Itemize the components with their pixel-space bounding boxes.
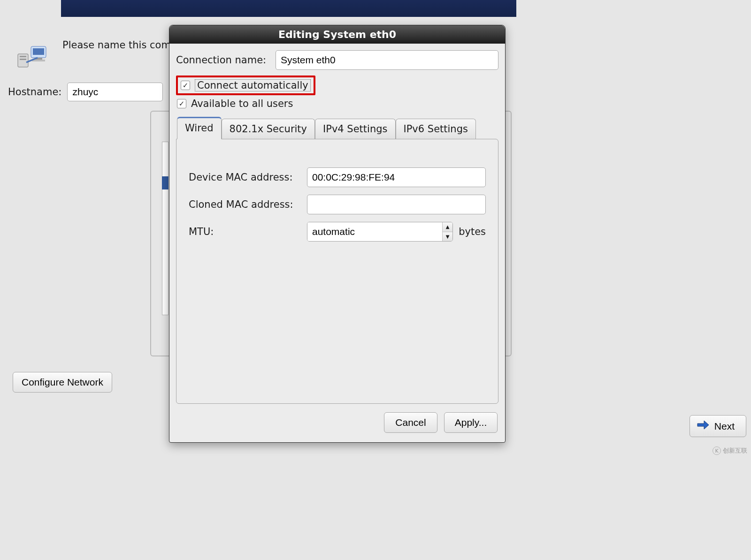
connection-name-input[interactable]: [276, 50, 498, 70]
tab-ipv6-settings[interactable]: IPv6 Settings: [396, 119, 476, 139]
dialog-tabs: Wired 802.1x Security IPv4 Settings IPv6…: [176, 117, 498, 139]
svg-rect-1: [20, 56, 26, 57]
hostname-label: Hostname:: [8, 86, 61, 98]
watermark-text: 创新互联: [723, 446, 747, 455]
hostname-input[interactable]: [67, 83, 163, 101]
tabpage-wired: Device MAC address: Cloned MAC address: …: [176, 139, 498, 404]
edit-connection-dialog: Editing System eth0 Connection name: Con…: [169, 25, 506, 443]
mtu-input[interactable]: [307, 222, 442, 241]
hostname-row: Hostname:: [8, 83, 163, 101]
configure-network-button[interactable]: Configure Network: [13, 372, 112, 393]
tab-wired[interactable]: Wired: [177, 117, 222, 139]
tab-ipv4-settings[interactable]: IPv4 Settings: [315, 119, 395, 139]
mtu-label: MTU:: [189, 226, 300, 237]
available-to-all-checkbox[interactable]: [177, 99, 186, 108]
connect-automatically-highlight: Connect automatically: [176, 76, 315, 95]
background-list-selected: [162, 176, 169, 189]
mtu-unit: bytes: [459, 226, 486, 237]
network-computers-icon: [17, 44, 50, 71]
watermark-icon: K: [713, 446, 721, 455]
watermark: K 创新互联: [713, 446, 747, 455]
arrow-right-icon: [697, 420, 710, 432]
device-mac-label: Device MAC address:: [189, 172, 300, 183]
next-label: Next: [714, 421, 735, 432]
dialog-footer: Cancel Apply...: [169, 404, 505, 442]
apply-button[interactable]: Apply...: [444, 412, 498, 433]
cloned-mac-label: Cloned MAC address:: [189, 199, 300, 210]
device-mac-input[interactable]: [307, 167, 486, 187]
connect-automatically-label: Connect automatically: [195, 79, 311, 91]
dialog-title: Editing System eth0: [169, 25, 505, 44]
mtu-step-up-icon[interactable]: ▲: [443, 222, 452, 232]
mtu-spin[interactable]: ▲ ▼: [307, 222, 453, 242]
connection-name-label: Connection name:: [176, 54, 269, 66]
cloned-mac-input[interactable]: [307, 195, 486, 214]
next-button[interactable]: Next: [690, 415, 746, 437]
tab-8021x-security[interactable]: 802.1x Security: [222, 119, 315, 139]
mtu-step-down-icon[interactable]: ▼: [443, 232, 452, 242]
svg-rect-4: [33, 48, 44, 55]
svg-rect-2: [20, 59, 26, 60]
connect-automatically-checkbox[interactable]: [181, 81, 190, 90]
background-list: [162, 142, 169, 315]
cancel-button[interactable]: Cancel: [384, 412, 437, 433]
installer-top-bar: [61, 0, 516, 17]
available-to-all-label: Available to all users: [191, 98, 293, 109]
